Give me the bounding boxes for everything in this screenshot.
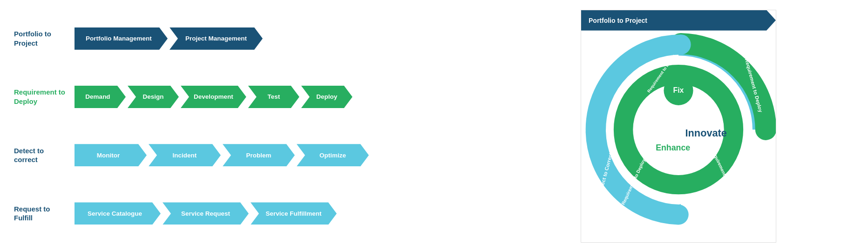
label-detect: Detect tocorrect (14, 146, 75, 164)
arrow-portfolio-mgmt: Portfolio Management (75, 27, 168, 50)
row-requirement: Requirement toDeploy Demand Design Devel… (14, 86, 475, 108)
label-requirement: Requirement toDeploy (14, 88, 75, 106)
arrows-request: Service Catalogue Service Request Servic… (75, 202, 339, 225)
right-panel: Portfolio to Project (489, 0, 868, 252)
circular-diagram: Fix Enhance Innovate Detect to Correct R… (581, 31, 776, 242)
svg-text:Innovate: Innovate (685, 127, 727, 139)
row-portfolio: Portfolio toProject Portfolio Management… (14, 27, 475, 50)
arrows-requirement: Demand Design Development Test Deploy (75, 86, 354, 108)
svg-text:Fix: Fix (673, 86, 684, 94)
arrow-demand: Demand (75, 86, 126, 108)
portfolio-bar: Portfolio to Project (581, 10, 776, 31)
arrow-problem: Problem (223, 144, 295, 166)
arrow-service-fulfillment: Service Fulfillment (251, 202, 337, 225)
arrow-monitor: Monitor (75, 144, 147, 166)
arrows-detect: Monitor Incident Problem Optimize (75, 144, 371, 166)
row-detect: Detect tocorrect Monitor Incident Proble… (14, 144, 475, 166)
arrow-project-mgmt: Project Management (170, 27, 263, 50)
label-request: Request toFulfill (14, 204, 75, 223)
svg-text:Enhance: Enhance (656, 143, 690, 152)
arrow-optimize: Optimize (297, 144, 369, 166)
arrow-test: Test (248, 86, 299, 108)
arrows-portfolio: Portfolio Management Project Management (75, 27, 264, 50)
arrow-design: Design (128, 86, 179, 108)
arrow-incident: Incident (149, 144, 221, 166)
arrow-development: Development (181, 86, 246, 108)
left-panel: Portfolio toProject Portfolio Management… (0, 0, 489, 252)
arrow-service-catalogue: Service Catalogue (75, 202, 161, 225)
row-request: Request toFulfill Service Catalogue Serv… (14, 202, 475, 225)
diagram-container: Portfolio to Project (581, 10, 776, 243)
label-portfolio: Portfolio toProject (14, 29, 75, 48)
arrow-deploy: Deploy (301, 86, 353, 108)
arrow-service-request: Service Request (163, 202, 249, 225)
portfolio-bar-text: Portfolio to Project (589, 17, 647, 24)
